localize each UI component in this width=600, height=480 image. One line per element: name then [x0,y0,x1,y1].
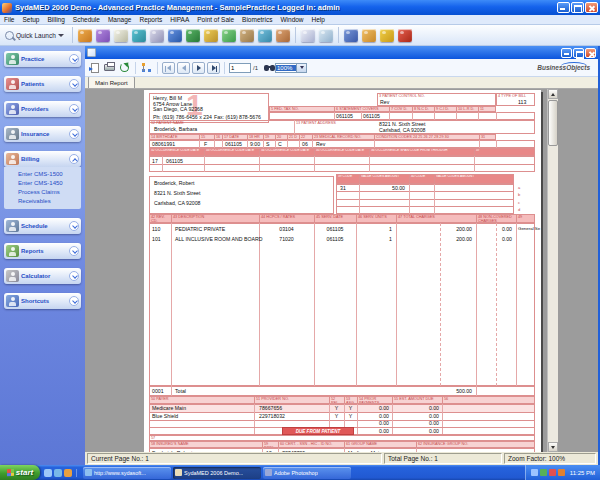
zoom-dropdown-icon[interactable] [296,64,306,72]
print-icon[interactable] [103,62,116,74]
sidebar-group-calculator[interactable]: Calculator [4,268,81,284]
sidebar-item-process-claims[interactable]: Process Claims [18,188,81,197]
staff-icon[interactable] [274,27,292,44]
chevron-down-icon[interactable] [69,271,79,281]
chevron-up-icon[interactable] [69,154,79,164]
icd-codes-icon[interactable] [94,27,112,44]
admission-date-value: 061105 [225,141,242,147]
previous-page-button[interactable] [177,62,190,74]
close-icon[interactable] [585,2,598,13]
menu-biometrics[interactable]: Biometrics [238,16,276,23]
page-number-input[interactable] [229,63,251,73]
menu-setup[interactable]: Setup [18,16,43,23]
help-icon[interactable] [396,27,414,44]
report-designer-icon[interactable] [317,27,335,44]
security-lock-icon[interactable] [378,27,396,44]
insured-values-row [149,448,535,452]
export-icon[interactable] [88,62,101,74]
scrollbar-thumb[interactable] [548,100,558,146]
child-maximize-icon[interactable] [573,48,584,58]
maximize-icon[interactable] [571,2,584,13]
staff-icon [276,29,290,42]
scroll-down-icon[interactable] [548,442,558,452]
workstation-icon[interactable] [256,27,274,44]
hour-value: 9:00 [250,141,260,147]
last-page-button[interactable] [207,62,220,74]
sidebar-item-enter-cms-1450[interactable]: Enter CMS-1450 [18,179,81,188]
menu-billing[interactable]: Billing [43,16,68,23]
volume-tray-icon[interactable] [558,469,565,476]
source-value: C [278,141,282,147]
menu-point-of-sale[interactable]: Point of Sale [193,16,238,23]
quick-launch-button[interactable]: Quick Launch [0,31,69,40]
appointments-icon [240,29,254,42]
next-page-button[interactable] [192,62,205,74]
chevron-down-icon[interactable] [69,296,79,306]
sidebar-item-enter-cms-1500[interactable]: Enter CMS-1500 [18,170,81,179]
superbill-icon[interactable] [112,27,130,44]
chevron-down-icon[interactable] [69,79,79,89]
sidebar-group-insurance[interactable]: Insurance [4,126,81,142]
menu-manage[interactable]: Manage [104,16,136,23]
scheduler-icon[interactable] [220,27,238,44]
alert-tray-icon[interactable] [549,469,556,476]
menu-reports[interactable]: Reports [135,16,166,23]
patient-records-icon[interactable] [148,27,166,44]
sidebar-group-schedule[interactable]: Schedule [4,218,81,234]
statistics-chart-icon[interactable] [342,27,360,44]
network-tray-icon[interactable] [531,469,538,476]
start-button[interactable]: start [0,465,40,480]
sidebar-group-patients[interactable]: Patients [4,76,81,92]
appointments-icon[interactable] [238,27,256,44]
sidebar-group-shortcuts[interactable]: Shortcuts [4,293,81,309]
cpt-codes-icon[interactable] [76,27,94,44]
first-page-button[interactable] [162,62,175,74]
sidebar-item-receivables[interactable]: Receivables [18,197,81,206]
child-close-icon[interactable] [585,48,596,58]
sidebar-group-label: Schedule [21,223,69,229]
menu-hipaa[interactable]: HIPAA [166,16,193,23]
zoom-combobox[interactable]: 100% [275,63,307,73]
sidebar-group-reports[interactable]: Reports [4,243,81,259]
report-vertical-scrollbar[interactable] [547,89,558,452]
show-desktop-icon[interactable] [54,469,62,477]
group-tree-icon[interactable] [140,62,153,74]
menu-help[interactable]: Help [308,16,329,23]
refresh-icon[interactable] [118,62,131,74]
find-binoculars-icon[interactable] [260,62,273,74]
payer1-name: Medicare Main [152,405,186,411]
sidebar-group-billing[interactable]: Billing [4,151,81,167]
shield-tray-icon[interactable] [540,469,547,476]
status-current-page: Current Page No.: 1 [87,453,382,464]
chevron-down-icon[interactable] [69,129,79,139]
tab-main-report[interactable]: Main Report [88,76,135,88]
monitor-icon[interactable] [360,27,378,44]
taskbar-task-adobe-photoshop[interactable]: Adobe Photoshop [263,467,351,479]
insured-header: 58 INSURED'S NAME 59 P.REL 60 CERT. - SS… [149,441,535,448]
patient-search-icon[interactable] [130,27,148,44]
child-minimize-icon[interactable] [561,48,572,58]
minimize-icon[interactable] [557,2,570,13]
charge-entry-icon[interactable] [166,27,184,44]
claims-globe-icon[interactable] [184,27,202,44]
sidebar-group-practice[interactable]: Practice [4,51,81,67]
chevron-down-icon[interactable] [69,246,79,256]
menu-file[interactable]: File [0,16,18,23]
report-scheduler-icon[interactable] [299,27,317,44]
taskbar-task-http-www-sydasoft[interactable]: http://www.sydasoft... [83,467,171,479]
payer2-prior: 0.00 [357,413,389,419]
payments-icon[interactable] [202,27,220,44]
scroll-up-icon[interactable] [548,89,558,99]
chevron-down-icon[interactable] [69,54,79,64]
taskbar-task-sydamed-2006-demo[interactable]: SydaMED 2006 Demo... [173,467,261,479]
payer2-rel: Y [329,413,344,419]
sidebar-group-label: Reports [21,248,69,254]
sidebar-group-providers[interactable]: Providers [4,101,81,117]
chevron-down-icon[interactable] [69,221,79,231]
menu-schedule[interactable]: Schedule [69,16,104,23]
child-title-bar [85,46,598,59]
media-player-icon[interactable] [64,469,72,477]
ie-quicklaunch-icon[interactable] [44,469,52,477]
menu-window[interactable]: Window [276,16,307,23]
chevron-down-icon[interactable] [69,104,79,114]
